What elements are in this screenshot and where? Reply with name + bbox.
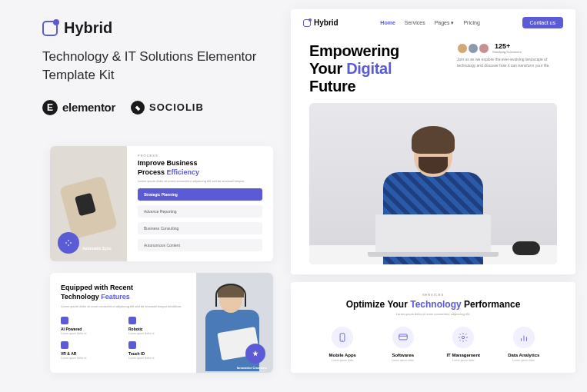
product-tagline: Technology & IT Solutions Elementor Temp… bbox=[42, 48, 258, 85]
hero-image bbox=[309, 103, 557, 264]
mobile-icon bbox=[332, 327, 353, 348]
sync-badge-label: Automatic Sync bbox=[82, 246, 112, 251]
process-desc: Lorem ipsum dolor sit amet consectetur a… bbox=[138, 179, 262, 184]
preview-services-section: SERVICES Optimize Your Technology Perfor… bbox=[291, 282, 575, 373]
feature-item: Robotic Lorem ipsum dolor sit bbox=[128, 317, 185, 335]
innovation-badge-label: Innovative Creations bbox=[237, 366, 267, 370]
main-nav: Home Services Pages ▾ Pricing bbox=[380, 20, 480, 26]
feature-item: Touch ID Lorem ipsum dolor sit bbox=[128, 341, 185, 360]
sync-badge bbox=[58, 232, 79, 254]
fingerprint-icon bbox=[128, 341, 136, 349]
services-desc: Lorem ipsum dolor sit amet consectetur a… bbox=[306, 312, 560, 316]
vr-icon bbox=[61, 341, 68, 349]
preview-features-section: Equipped with Recent Technology Features… bbox=[50, 273, 273, 373]
hero-title: Empowering Your Digital Future bbox=[309, 42, 399, 95]
innovation-badge bbox=[245, 344, 265, 364]
features-image: Innovative Creations bbox=[196, 273, 273, 373]
ai-icon bbox=[61, 317, 68, 324]
avatar bbox=[479, 43, 489, 54]
process-item[interactable]: Business Consulting bbox=[138, 222, 262, 234]
hero-description: Join us as we explore the ever-evolving … bbox=[457, 57, 557, 68]
sociolib-label: SOCIOLIB bbox=[149, 101, 204, 113]
feature-item: AI Powered Lorem ipsum dolor sit bbox=[61, 317, 118, 335]
elementor-icon: E bbox=[42, 100, 58, 115]
game-controller-icon bbox=[512, 241, 540, 255]
logo-icon bbox=[42, 21, 58, 36]
analytics-icon bbox=[513, 327, 535, 348]
svg-point-4 bbox=[462, 336, 465, 339]
features-title: Equipped with Recent Technology Features bbox=[61, 284, 185, 301]
customer-avatars: 125+ Satisfying Customers bbox=[457, 42, 557, 54]
service-item[interactable]: Softwares Lorem ipsum dolor bbox=[373, 327, 434, 362]
process-item[interactable]: Advance Reporting bbox=[138, 205, 262, 218]
feature-item: VR & AR Lorem ipsum dolor sit bbox=[61, 341, 118, 360]
title-panel: Hybrid Technology & IT Solutions Element… bbox=[42, 19, 258, 115]
robot-icon bbox=[128, 317, 136, 324]
brand-sociolib: SOCIOLIB bbox=[131, 101, 204, 115]
process-image: Automatic Sync bbox=[50, 146, 127, 261]
product-name: Hybrid bbox=[64, 19, 112, 37]
process-item[interactable]: Autonomous Content bbox=[138, 239, 262, 251]
software-icon bbox=[392, 327, 414, 348]
nav-services[interactable]: Services bbox=[405, 20, 425, 26]
brand-elementor: E elementor bbox=[42, 100, 115, 115]
customer-count: 125+ Satisfying Customers bbox=[492, 42, 522, 54]
features-desc: Lorem ipsum dolor sit amet consectetur a… bbox=[61, 304, 185, 309]
site-logo[interactable]: Hybrid bbox=[303, 18, 339, 27]
service-item[interactable]: Data Analytics Lorem ipsum dolor bbox=[494, 327, 555, 362]
services-eyebrow: SERVICES bbox=[306, 293, 560, 297]
avatar bbox=[457, 43, 468, 54]
brand-row: E elementor SOCIOLIB bbox=[42, 100, 258, 115]
service-item[interactable]: IT Management Lorem ipsum dolor bbox=[433, 327, 494, 362]
service-item[interactable]: Mobile Apps Lorem ipsum dolor bbox=[312, 327, 373, 362]
svg-rect-2 bbox=[399, 334, 408, 340]
site-logo-text: Hybrid bbox=[314, 18, 339, 27]
hero-section: Empowering Your Digital Future 125+ Sati… bbox=[291, 36, 575, 264]
nav-home[interactable]: Home bbox=[380, 20, 395, 26]
elementor-label: elementor bbox=[62, 101, 115, 114]
site-logo-icon bbox=[303, 19, 311, 27]
headphone-icon bbox=[215, 284, 246, 307]
process-title: Improve Business Process Efficiency bbox=[138, 159, 262, 177]
hero-stats: 125+ Satisfying Customers Join us as we … bbox=[457, 42, 557, 95]
process-eyebrow: PROCESS bbox=[138, 154, 262, 158]
preview-homepage: Hybrid Home Services Pages ▾ Pricing Con… bbox=[291, 9, 575, 274]
sociolib-icon bbox=[131, 101, 145, 115]
site-header: Hybrid Home Services Pages ▾ Pricing Con… bbox=[291, 9, 575, 36]
laptop-icon bbox=[375, 214, 491, 257]
process-item-active[interactable]: Strategic Planning bbox=[138, 188, 262, 201]
nav-pages[interactable]: Pages ▾ bbox=[435, 20, 455, 26]
preview-process-section: Automatic Sync PROCESS Improve Business … bbox=[50, 146, 273, 261]
avatar bbox=[468, 43, 479, 54]
chevron-down-icon: ▾ bbox=[451, 20, 454, 25]
product-logo: Hybrid bbox=[42, 19, 258, 37]
contact-button[interactable]: Contact us bbox=[522, 17, 563, 28]
management-icon bbox=[452, 327, 474, 348]
nav-pricing[interactable]: Pricing bbox=[463, 20, 479, 26]
services-title: Optimize Your Technology Performance bbox=[306, 299, 560, 310]
